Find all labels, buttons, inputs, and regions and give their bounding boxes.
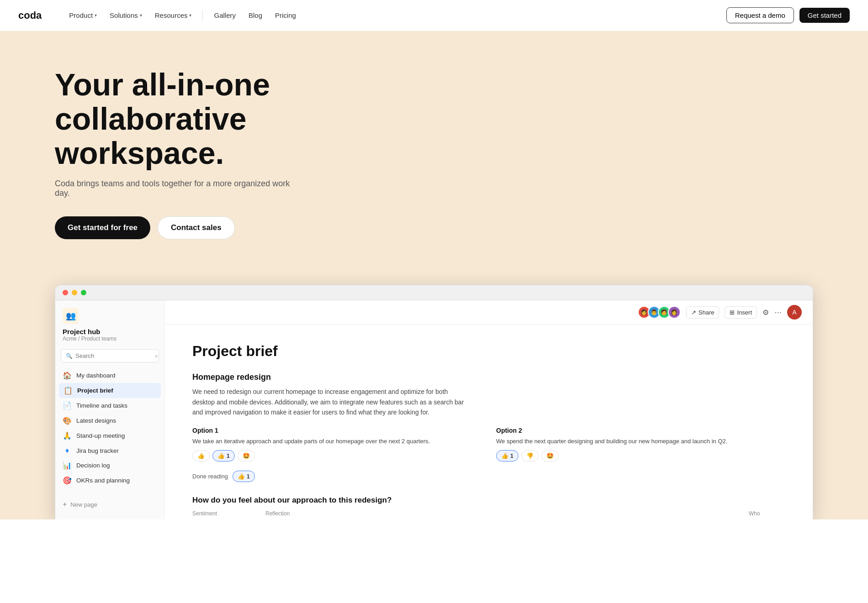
sidebar: 👥 Project hub Acme / Product teams 🔍 « 🏠… (55, 300, 165, 519)
contact-sales-button[interactable]: Contact sales (158, 216, 235, 239)
workspace-icon: 👥 (63, 308, 79, 324)
sidebar-item-okrs[interactable]: 🎯 OKRs and planning (55, 473, 164, 488)
app-body: 👥 Project hub Acme / Product teams 🔍 « 🏠… (55, 300, 813, 519)
sidebar-collapse-icon[interactable]: « (155, 353, 158, 359)
nav-right: Request a demo Get started (726, 7, 850, 23)
nav-product[interactable]: Product ▾ (64, 8, 102, 23)
survey-title: How do you feel about our approach to th… (192, 496, 785, 505)
chevron-down-icon: ▾ (140, 13, 142, 18)
workspace-subtitle: Acme / Product teams (63, 336, 157, 342)
app-window: 👥 Project hub Acme / Product teams 🔍 « 🏠… (55, 285, 813, 519)
sidebar-item-designs[interactable]: 🎨 Latest designs (55, 413, 164, 428)
standup-icon: 🙏 (63, 431, 72, 440)
navigation: coda Product ▾ Solutions ▾ Resources ▾ G… (0, 0, 868, 31)
search-input[interactable] (75, 352, 152, 359)
nav-blog[interactable]: Blog (243, 8, 268, 23)
grid-icon: ⊞ (730, 309, 735, 316)
window-close-dot[interactable] (63, 290, 68, 295)
hero-section: Your all-in-one collaborative workspace.… (0, 31, 868, 267)
window-minimize-dot[interactable] (72, 290, 77, 295)
workspace-title: Project hub (63, 328, 157, 336)
share-icon: ↗ (691, 309, 696, 316)
nav-links: Product ▾ Solutions ▾ Resources ▾ Galler… (64, 8, 726, 23)
get-started-free-button[interactable]: Get started for free (55, 216, 150, 239)
sidebar-item-decision-log[interactable]: 📊 Decision log (55, 458, 164, 473)
settings-icon[interactable]: ⚙ (762, 308, 769, 317)
doc-content: Project brief Homepage redesign We need … (165, 325, 813, 519)
hero-subtitle: Coda brings teams and tools together for… (55, 179, 292, 198)
okrs-icon: 🎯 (63, 476, 72, 485)
nav-divider (202, 10, 203, 21)
option-2-text: We spend the next quarter designing and … (496, 437, 785, 446)
sidebar-item-standup[interactable]: 🙏 Stand-up meeting (55, 428, 164, 443)
section-text: We need to redesign our current homepage… (192, 387, 466, 417)
option-2-thumbsdown[interactable]: 👎 (521, 450, 539, 461)
survey-col-who: Who (749, 510, 785, 517)
done-reading-button[interactable]: 👍 1 (233, 471, 255, 482)
option-1-wow[interactable]: 🤩 (238, 450, 255, 461)
hero-title: Your all-in-one collaborative workspace. (55, 68, 375, 170)
avatar: 👩 (668, 306, 681, 319)
insert-button[interactable]: ⊞ Insert (725, 306, 757, 319)
sidebar-item-dashboard[interactable]: 🏠 My dashboard (55, 368, 164, 383)
option-2-thumbsup-active[interactable]: 👍 1 (496, 450, 519, 461)
chevron-down-icon: ▾ (95, 13, 97, 18)
main-content: 👩 👨 🧑 👩 ↗ Share ⊞ Insert ⚙ ⋯ (165, 300, 813, 519)
sidebar-item-project-brief[interactable]: 📋 Project brief (59, 383, 161, 398)
nav-gallery[interactable]: Gallery (208, 8, 241, 23)
new-page-button[interactable]: + New page (55, 497, 164, 512)
option-1-text: We take an iterative approach and update… (192, 437, 482, 446)
sidebar-nav: 🏠 My dashboard 📋 Project brief 📄 Timelin… (55, 368, 164, 497)
timeline-icon: 📄 (63, 401, 72, 410)
option-1-thumbsup[interactable]: 👍 (192, 450, 210, 461)
sidebar-item-timeline[interactable]: 📄 Timeline and tasks (55, 398, 164, 413)
window-maximize-dot[interactable] (81, 290, 86, 295)
search-icon: 🔍 (66, 353, 73, 359)
plus-icon: + (63, 500, 67, 509)
survey-col-reflection: Reflection (265, 510, 749, 517)
nav-pricing[interactable]: Pricing (270, 8, 302, 23)
doc-title: Project brief (192, 343, 785, 360)
request-demo-button[interactable]: Request a demo (726, 7, 794, 23)
user-avatar[interactable]: A (787, 305, 802, 320)
option-1-label: Option 1 (192, 427, 482, 434)
topbar: 👩 👨 🧑 👩 ↗ Share ⊞ Insert ⚙ ⋯ (165, 300, 813, 325)
window-titlebar (55, 285, 813, 300)
done-reading-row: Done reading 👍 1 (192, 471, 785, 482)
nav-solutions[interactable]: Solutions ▾ (104, 8, 148, 23)
sidebar-search-container[interactable]: 🔍 « (61, 349, 159, 362)
option-1-thumbsup-active[interactable]: 👍 1 (212, 450, 235, 461)
designs-icon: 🎨 (63, 416, 72, 425)
project-brief-icon: 📋 (64, 386, 73, 395)
jira-icon: ♦ (63, 446, 72, 455)
sidebar-item-jira[interactable]: ♦ Jira bug tracker (55, 443, 164, 458)
logo[interactable]: coda (18, 10, 42, 21)
topbar-avatars: 👩 👨 🧑 👩 (638, 306, 681, 319)
survey-col-sentiment: Sentiment (192, 510, 265, 517)
option-2-reactions: 👍 1 👎 🤩 (496, 450, 785, 461)
option-2-label: Option 2 (496, 427, 785, 434)
get-started-nav-button[interactable]: Get started (799, 8, 850, 23)
survey-header: Sentiment Reflection Who (192, 510, 785, 519)
sidebar-header: 👥 Project hub Acme / Product teams (55, 308, 164, 349)
app-window-wrap: 👥 Project hub Acme / Product teams 🔍 « 🏠… (0, 267, 868, 519)
share-button[interactable]: ↗ Share (686, 306, 720, 319)
options-grid: Option 1 We take an iterative approach a… (192, 427, 785, 462)
hero-buttons: Get started for free Contact sales (55, 216, 813, 239)
option-1-reactions: 👍 👍 1 🤩 (192, 450, 482, 461)
section-heading: Homepage redesign (192, 372, 785, 382)
done-reading-label: Done reading (192, 473, 228, 480)
decision-log-icon: 📊 (63, 461, 72, 470)
nav-resources[interactable]: Resources ▾ (149, 8, 197, 23)
chevron-down-icon: ▾ (189, 13, 191, 18)
dashboard-icon: 🏠 (63, 371, 72, 380)
option-2: Option 2 We spend the next quarter desig… (496, 427, 785, 462)
option-2-wow[interactable]: 🤩 (541, 450, 559, 461)
option-1: Option 1 We take an iterative approach a… (192, 427, 482, 462)
more-options-icon[interactable]: ⋯ (774, 308, 782, 317)
